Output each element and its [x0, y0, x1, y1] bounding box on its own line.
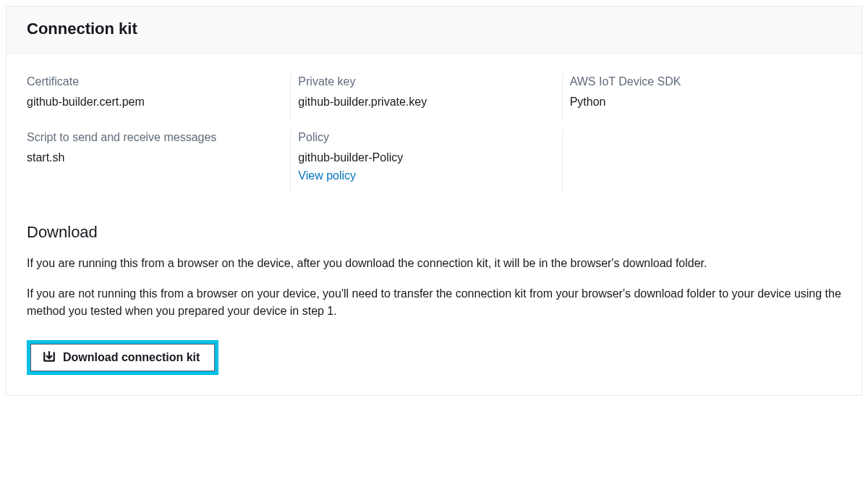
download-button-highlight: Download connection kit: [27, 340, 218, 374]
policy-label: Policy: [298, 130, 555, 145]
script-label: Script to send and receive messages: [27, 130, 284, 145]
panel-title: Connection kit: [27, 20, 841, 38]
download-icon: [43, 351, 56, 364]
info-cell-private-key: Private key github-builder.private.key: [298, 71, 569, 127]
download-paragraph-2: If you are not running this from a brows…: [27, 285, 841, 320]
connection-kit-panel: Connection kit Certificate github-builde…: [6, 6, 862, 396]
sdk-label: AWS IoT Device SDK: [570, 74, 827, 90]
script-value: start.sh: [27, 150, 284, 166]
private-key-label: Private key: [298, 74, 555, 90]
panel-header: Connection kit: [7, 7, 861, 54]
download-paragraph-1: If you are running this from a browser o…: [27, 255, 841, 272]
sdk-value: Python: [570, 94, 827, 110]
download-connection-kit-button[interactable]: Download connection kit: [30, 344, 215, 371]
panel-body: Certificate github-builder.cert.pem Priv…: [7, 54, 861, 395]
info-grid: Certificate github-builder.cert.pem Priv…: [27, 71, 841, 200]
download-heading: Download: [27, 223, 841, 242]
certificate-value: github-builder.cert.pem: [27, 94, 284, 110]
certificate-label: Certificate: [27, 74, 284, 90]
info-cell-policy: Policy github-builder-Policy View policy: [298, 127, 569, 200]
info-cell-certificate: Certificate github-builder.cert.pem: [27, 71, 298, 127]
info-cell-sdk: AWS IoT Device SDK Python: [570, 71, 841, 127]
info-cell-script: Script to send and receive messages star…: [27, 127, 298, 200]
private-key-value: github-builder.private.key: [298, 94, 555, 110]
policy-value: github-builder-Policy: [298, 150, 555, 166]
info-cell-empty: [570, 127, 841, 200]
download-button-label: Download connection kit: [63, 350, 200, 364]
view-policy-link[interactable]: View policy: [298, 169, 356, 182]
